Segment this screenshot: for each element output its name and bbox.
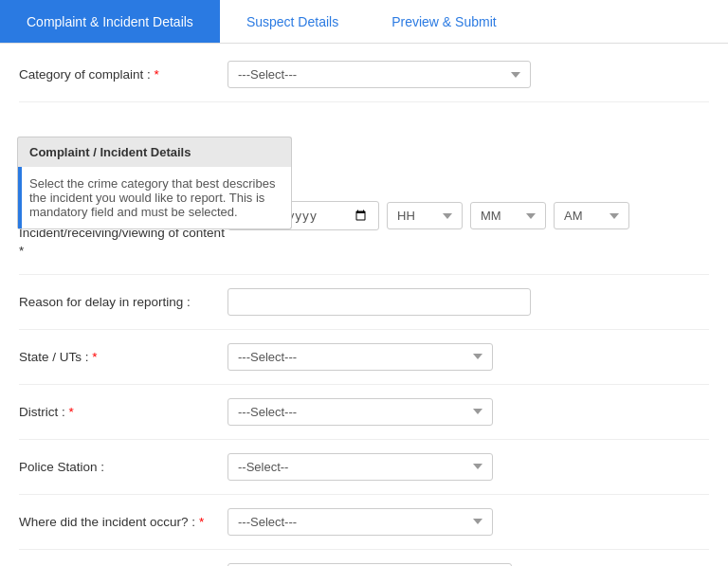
police-select[interactable]: --Select-- [228,453,493,481]
incident-occur-row: Where did the incident occur? : * ---Sel… [19,508,709,550]
category-required-marker: * [155,67,159,82]
state-row: State / UTs : * ---Select--- [19,343,709,385]
datetime-required-marker: * [19,244,24,258]
tab-preview-submit[interactable]: Preview & Submit [365,0,522,43]
tooltip-overlay: Complaint / Incident Details Select the … [17,137,292,229]
tab-bar: Complaint & Incident Details Suspect Det… [0,0,728,44]
category-select[interactable]: ---Select--- [228,61,531,88]
delay-row: Reason for delay in reporting : [19,288,709,330]
delay-label: Reason for delay in reporting : [19,288,228,312]
ampm-select[interactable]: AM PM [554,202,629,229]
category-row: Category of complaint : * ---Select--- [19,61,709,102]
police-label: Police Station : [19,453,228,477]
state-input-col: ---Select--- [228,343,709,371]
hour-select[interactable]: HH 01020304 05060708 09101112 [387,202,463,229]
main-container: Complaint & Incident Details Suspect Det… [0,0,728,566]
state-label: State / UTs : * [19,343,228,367]
police-row: Police Station : --Select-- [19,453,709,495]
district-select[interactable]: ---Select--- [228,398,493,426]
state-select[interactable]: ---Select--- [228,343,493,371]
minute-select[interactable]: MM 00153045 [470,202,546,229]
state-required-marker: * [92,350,97,364]
district-label: District : * [19,398,228,422]
incident-occur-input-col: ---Select--- [228,508,709,536]
delay-input-col [228,288,709,316]
incident-occur-label: Where did the incident occur? : * [19,508,228,532]
delay-input[interactable] [228,288,531,316]
district-required-marker: * [69,405,74,419]
incident-occur-required-marker: * [199,515,204,529]
tooltip-body: Select the crime category that best desc… [17,167,292,229]
police-input-col: --Select-- [228,453,709,481]
tooltip-header: Complaint / Incident Details [17,137,292,167]
district-row: District : * ---Select--- [19,398,709,440]
incident-occur-select[interactable]: ---Select--- [228,508,493,536]
form-area: Category of complaint : * ---Select--- C… [0,44,728,566]
tab-complaint-incident[interactable]: Complaint & Incident Details [0,0,220,43]
category-label: Category of complaint : * [19,61,228,84]
category-input-col: ---Select--- [228,61,709,88]
tab-suspect-details[interactable]: Suspect Details [220,0,365,43]
district-input-col: ---Select--- [228,398,709,426]
